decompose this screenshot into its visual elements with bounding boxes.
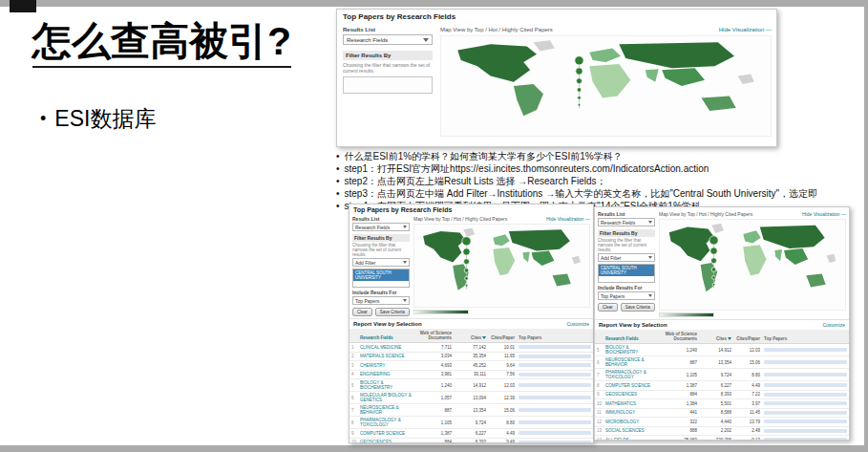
- bar-track: [764, 360, 847, 364]
- docs-column-header[interactable]: Web of Science Documents: [415, 331, 455, 340]
- cites-value: 320,296: [701, 438, 735, 441]
- field-link[interactable]: PHARMACOLOGY & TOXICOLOGY: [605, 370, 661, 379]
- field-link[interactable]: CHEMISTRY: [360, 363, 415, 368]
- docs-value: 884: [415, 440, 455, 443]
- world-map-svg: [441, 36, 771, 136]
- field-link[interactable]: ALL FIELDS: [605, 438, 661, 441]
- results-list-value: Research Fields: [347, 37, 388, 43]
- row-rank: 7: [597, 373, 605, 377]
- docs-value: 1,387: [661, 383, 701, 388]
- field-link[interactable]: NEUROSCIENCE & BEHAVIOR: [360, 405, 415, 415]
- add-filter-dropdown[interactable]: Add Filter: [352, 258, 410, 267]
- table-header-row: Research Fields Web of Science Documents…: [595, 330, 849, 344]
- cites-column-header[interactable]: Cites: [455, 335, 490, 340]
- field-link[interactable]: MATHEMATICS: [605, 401, 661, 406]
- table-row: 2 MATERIALS SCIENCE 3,034 35,354 11.65: [349, 353, 593, 362]
- field-link[interactable]: BIOLOGY & BIOCHEMISTRY: [360, 380, 415, 390]
- field-link[interactable]: MATERIALS SCIENCE: [360, 354, 415, 358]
- field-link[interactable]: ENGINEERING: [360, 372, 415, 377]
- table-row: 6 NEUROSCIENCE & BEHAVIOR 887 13,354 15.…: [595, 356, 849, 369]
- note-item: step2：点击网页左上端Result Lists 选择 →Research F…: [336, 175, 863, 187]
- cites-value: 30,111: [455, 372, 490, 377]
- cites-column-header[interactable]: Cites: [701, 336, 735, 341]
- bar-track: [519, 420, 591, 424]
- results-list-dropdown[interactable]: Research Fields: [352, 223, 410, 231]
- hide-visualization-link[interactable]: Hide Visualization —: [546, 216, 590, 222]
- docs-value: 3,034: [415, 354, 455, 358]
- include-results-label: Include Results For: [352, 290, 410, 295]
- top-papers-bar-cell: [519, 383, 591, 387]
- top-papers-column-header[interactable]: Top Papers: [519, 335, 591, 340]
- selected-institution[interactable]: CENTRAL SOUTH UNIVERSITY: [353, 269, 409, 281]
- filter-results-header: Filter Results By: [343, 51, 433, 60]
- hide-visualization-link[interactable]: Hide Visualization —: [802, 211, 846, 217]
- hide-visualization-link[interactable]: Hide Visualization —: [719, 27, 772, 32]
- field-link[interactable]: GEOSCIENCES: [360, 440, 415, 443]
- table-row: 4 ENGINEERING 3,981 30,111 7.56: [349, 371, 593, 380]
- note-item: 什么是ESI前1%的学科？如何查询某大学有多少个ESI前1%学科？: [336, 150, 863, 162]
- top-papers-bar-cell: [764, 348, 847, 352]
- clear-button[interactable]: Clear: [598, 303, 618, 312]
- bar-track: [519, 396, 591, 399]
- table-row: 9 COMPUTER SCIENCE 1,387 6,227 4.49: [349, 429, 593, 439]
- report-title: Report View by Selection: [599, 322, 667, 328]
- include-results-dropdown[interactable]: Top Papers: [598, 291, 655, 300]
- esi-screenshot-filtered: Top Papers by Research Fields Results Li…: [349, 204, 594, 443]
- cites-paper-value: 8.80: [735, 373, 764, 377]
- clear-button[interactable]: Clear: [352, 308, 372, 316]
- customize-link[interactable]: Customize: [566, 321, 589, 327]
- row-rank: 10: [351, 440, 360, 443]
- map-marker-legend[interactable]: [708, 227, 720, 297]
- customize-link[interactable]: Customize: [822, 322, 845, 328]
- cites-paper-value: 9.64: [490, 363, 519, 368]
- field-link[interactable]: PHARMACOLOGY & TOXICOLOGY: [360, 418, 415, 427]
- results-panel: Results List Research Fields Filter Resu…: [343, 27, 433, 94]
- cites-value: 8,393: [701, 392, 735, 397]
- save-criteria-button[interactable]: Save Criteria: [375, 308, 410, 316]
- save-criteria-button[interactable]: Save Criteria: [621, 303, 655, 312]
- results-list-dropdown[interactable]: Research Fields: [343, 34, 433, 45]
- cites-paper-column-header[interactable]: Cites/Paper: [490, 335, 519, 340]
- field-link[interactable]: BIOLOGY & BIOCHEMISTRY: [605, 345, 661, 355]
- map-marker-legend[interactable]: [460, 231, 473, 295]
- presentation-window: 怎么查高被引? • ESI数据库 Top Papers by Research …: [0, 0, 868, 452]
- field-link[interactable]: MICROBIOLOGY: [605, 420, 661, 424]
- field-link[interactable]: GEOSCIENCES: [605, 392, 661, 397]
- cites-paper-value: 11.65: [490, 354, 519, 358]
- bar-track: [519, 441, 591, 443]
- add-filter-dropdown[interactable]: Add Filter: [598, 253, 655, 262]
- results-list-dropdown[interactable]: Research Fields: [598, 218, 655, 226]
- map-marker-legend[interactable]: [573, 44, 585, 121]
- field-link[interactable]: MOLECULAR BIOLOGY & GENETICS: [360, 393, 415, 402]
- institution-listbox[interactable]: CENTRAL SOUTH UNIVERSITY: [598, 264, 655, 283]
- field-link[interactable]: COMPUTER SCIENCE: [605, 383, 661, 388]
- bar-track: [764, 373, 847, 377]
- cites-value: 45,252: [455, 363, 490, 368]
- institution-listbox[interactable]: CENTRAL SOUTH UNIVERSITY: [352, 269, 410, 288]
- sort-desc-icon: [728, 337, 731, 340]
- field-link[interactable]: COMPUTER SCIENCE: [360, 431, 415, 436]
- map-view-label: Map View by Top / Hot / Highly Cited Pap…: [659, 211, 752, 217]
- filter-placeholder-box[interactable]: [343, 76, 433, 94]
- cites-paper-column-header[interactable]: Cites/Paper: [735, 336, 764, 341]
- field-link[interactable]: SOCIAL SCIENCES: [605, 428, 661, 433]
- bar-track: [764, 429, 847, 433]
- note-item: step3：点击网页左中端 Add Filter→Institutions →输…: [336, 187, 863, 200]
- add-filter-label: Add Filter: [601, 255, 621, 261]
- field-link[interactable]: IMMUNOLOGY: [605, 410, 661, 415]
- field-link[interactable]: CLINICAL MEDICINE: [360, 345, 415, 350]
- field-link[interactable]: NEUROSCIENCE & BEHAVIOR: [605, 357, 661, 367]
- include-results-dropdown[interactable]: Top Papers: [352, 296, 410, 305]
- field-column-header[interactable]: Research Fields: [360, 335, 415, 340]
- row-rank: 6: [351, 396, 360, 400]
- map-view-label: Map View by Top / Hot / Highly Cited Pap…: [413, 216, 507, 222]
- top-papers-column-header[interactable]: Top Papers: [764, 336, 847, 341]
- selected-institution[interactable]: CENTRAL SOUTH UNIVERSITY: [599, 265, 654, 276]
- cites-paper-value: 12.39: [490, 396, 519, 400]
- docs-column-header[interactable]: Web of Science Documents: [661, 332, 701, 341]
- esi-screenshot-results: Results List Research Fields Filter Resu…: [594, 206, 850, 441]
- bar-track: [519, 373, 591, 377]
- slide-bullet: • ESI数据库: [40, 104, 156, 134]
- field-column-header[interactable]: Research Fields: [605, 336, 661, 341]
- top-papers-bar-cell: [764, 411, 847, 415]
